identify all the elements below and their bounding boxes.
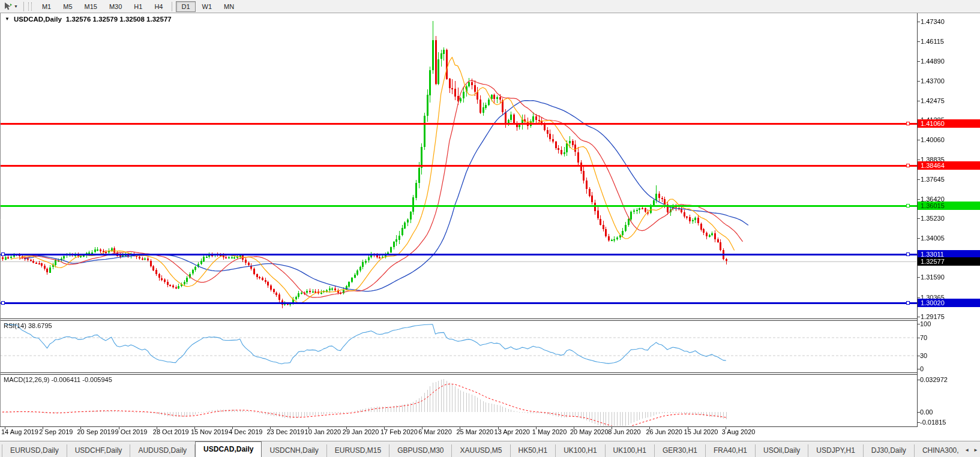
- timeframe-button-mn[interactable]: MN: [218, 1, 239, 12]
- tab-eurusd-daily[interactable]: EURUSD,Daily: [2, 444, 67, 457]
- toolbar-separator: [23, 2, 24, 11]
- price-axis-label: 1.43700: [921, 77, 945, 85]
- tab-audusd-daily[interactable]: AUDUSD,Daily: [130, 444, 195, 457]
- tab-usdcnh-daily[interactable]: USDCNH,Daily: [262, 444, 326, 457]
- tab-gbpusd-m30[interactable]: GBPUSD,M30: [389, 444, 452, 457]
- timeframe-button-d1[interactable]: D1: [176, 1, 195, 12]
- title-marker-icon: ▼: [5, 16, 10, 22]
- date-axis-label: 20 May 2020: [570, 428, 609, 435]
- date-axis-label: 29 Jan 2020: [343, 428, 379, 435]
- tab-dj30-daily[interactable]: DJ30,Daily: [864, 444, 915, 457]
- rsi-axis-label: 70: [920, 334, 927, 341]
- macd-axis-label: 0.00: [920, 408, 933, 416]
- price-axis-label: 1.44890: [921, 58, 945, 65]
- price-axis-label: 1.35230: [921, 215, 945, 222]
- date-axis-label: 26 Jun 2020: [646, 428, 682, 435]
- chart-canvas[interactable]: [0, 0, 980, 457]
- rsi-indicator-label: RSI(14) 38.6795: [4, 322, 52, 329]
- date-axis-label: 10 Jan 2020: [305, 428, 341, 435]
- tab-fra40-h1[interactable]: FRA40,H1: [706, 444, 756, 457]
- date-axis-label: 2 Sep 2019: [39, 428, 73, 435]
- top-toolbar: ▼ M1M5M15M30H1H4D1W1MN: [0, 0, 980, 13]
- date-axis-label: 13 Apr 2020: [495, 428, 530, 435]
- tab-uk100-h1[interactable]: UK100,H1: [606, 444, 655, 457]
- date-axis-label: 15 Nov 2019: [191, 428, 228, 435]
- tab-hk50-h1[interactable]: HK50,H1: [511, 444, 556, 457]
- date-axis-label: 8 Jun 2020: [608, 428, 640, 435]
- rsi-axis-label: 100: [920, 320, 931, 327]
- date-axis-label: 28 Oct 2019: [153, 428, 189, 435]
- timeframe-button-m30[interactable]: M30: [104, 1, 127, 12]
- toolbar-separator: [172, 2, 172, 11]
- toolbar-grip: [28, 2, 32, 11]
- timeframe-button-m1[interactable]: M1: [37, 1, 56, 12]
- tab-scroll-right-icon[interactable]: ►: [973, 447, 978, 453]
- tab-china300-h4[interactable]: CHINA300,H4: [915, 444, 959, 457]
- tab-usdjpy-h1[interactable]: USDJPY,H1: [808, 444, 863, 457]
- dropdown-caret-icon[interactable]: ▼: [14, 4, 18, 8]
- timeframe-button-h1[interactable]: H1: [128, 1, 148, 12]
- cursor-tool-icon[interactable]: [2, 2, 14, 11]
- date-axis-label: 23 Dec 2019: [266, 428, 304, 435]
- macd-indicator-label: MACD(12,26,9) -0.006411 -0.005945: [4, 376, 112, 383]
- date-axis-label: 25 Mar 2020: [456, 428, 493, 435]
- price-axis-label: 1.46115: [921, 38, 944, 45]
- tab-usdcad-daily[interactable]: USDCAD,Daily: [195, 441, 262, 457]
- tab-ger30-h1[interactable]: GER30,H1: [655, 444, 706, 457]
- symbol-tabbar: EURUSD,DailyUSDCHF,DailyAUDUSD,DailyUSDC…: [0, 441, 980, 457]
- date-axis-label: 15 Jul 2020: [684, 428, 718, 435]
- tab-scroll-controls: ◄ ►: [962, 447, 978, 453]
- timeframe-buttons: M1M5M15M30H1H4D1W1MN: [36, 1, 240, 12]
- rsi-axis-label: 0: [920, 365, 924, 372]
- price-line-badge: 1.30020: [918, 299, 980, 307]
- current-price-badge: 1.32577: [918, 257, 980, 266]
- date-axis-label: 9 Oct 2019: [115, 428, 148, 435]
- date-axis-label: 3 Aug 2020: [722, 428, 756, 435]
- tab-eurusd-m15[interactable]: EURUSD,M15: [327, 444, 389, 457]
- price-axis-label: 1.37645: [921, 176, 945, 183]
- date-axis-label: 1 May 2020: [532, 428, 567, 435]
- price-line-badge: 1.36015: [918, 202, 980, 210]
- chart-title: ▼ USDCAD,Daily 1.32576 1.32579 1.32508 1…: [5, 16, 172, 23]
- price-line-badge: 1.38464: [918, 161, 980, 170]
- symbol-tabs: EURUSD,DailyUSDCHF,DailyAUDUSD,DailyUSDC…: [2, 441, 959, 457]
- date-axis-label: 17 Feb 2020: [380, 428, 418, 435]
- date-axis-label: 6 Mar 2020: [418, 428, 452, 435]
- tab-scroll-left-icon[interactable]: ◄: [964, 447, 969, 453]
- price-axis-label: 1.31590: [921, 273, 945, 281]
- rsi-axis-label: 30: [920, 352, 927, 359]
- price-axis-label: 1.40060: [921, 136, 945, 143]
- date-axis-label: 20 Sep 2019: [77, 428, 114, 435]
- date-axis-label: 4 Dec 2019: [229, 428, 262, 435]
- price-axis-label: 1.42475: [921, 97, 945, 104]
- mt4-window: ▼ M1M5M15M30H1H4D1W1MN ▼ USDCAD,Daily 1.…: [0, 0, 980, 457]
- timeframe-button-w1[interactable]: W1: [197, 1, 218, 12]
- timeframe-button-m5[interactable]: M5: [58, 1, 77, 12]
- tab-xauusd-m5[interactable]: XAUUSD,M5: [452, 444, 510, 457]
- macd-axis-label: -0.01815: [920, 419, 946, 426]
- price-axis-label: 1.29175: [921, 313, 945, 320]
- chart-ohlc-values: 1.32576 1.32579 1.32508 1.32577: [66, 16, 172, 23]
- price-axis-label: 1.47340: [921, 18, 945, 25]
- date-axis-label: 14 Aug 2019: [1, 428, 38, 435]
- tab-usoil-daily[interactable]: USOil,Daily: [756, 444, 808, 457]
- timeframe-button-m15[interactable]: M15: [79, 1, 103, 12]
- price-line-badge: 1.41060: [918, 119, 980, 128]
- timeframe-button-h4[interactable]: H4: [149, 1, 168, 12]
- tab-uk100-h1[interactable]: UK100,H1: [556, 444, 605, 457]
- chart-symbol-period: USDCAD,Daily: [14, 16, 62, 23]
- tab-usdchf-daily[interactable]: USDCHF,Daily: [67, 444, 131, 457]
- price-axis-label: 1.34005: [921, 234, 945, 242]
- macd-axis-label: 0.032972: [920, 376, 948, 383]
